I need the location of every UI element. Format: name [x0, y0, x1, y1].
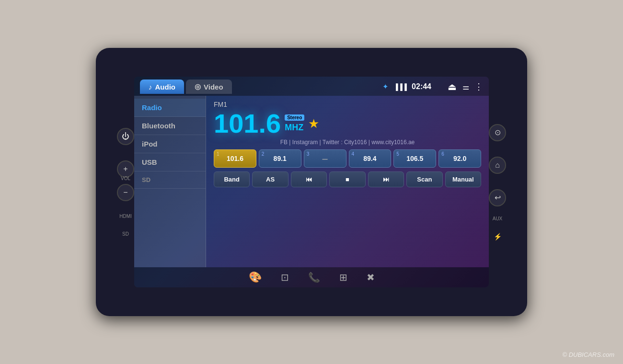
preset-3-freq: –: [306, 153, 344, 164]
equalizer-icon[interactable]: ⚌: [462, 82, 469, 91]
preset-buttons: 1 101.6 2 89.1 3 – 4 89.4: [214, 149, 481, 168]
preset-1-freq: 101.6: [216, 155, 254, 162]
vol-label: VOL: [121, 176, 130, 181]
preset-4-freq: 89.4: [351, 155, 389, 162]
sd-label-left: SD: [122, 231, 129, 237]
preset-2-freq: 89.1: [261, 155, 299, 162]
sidebar-item-bluetooth[interactable]: Bluetooth: [134, 117, 206, 135]
signal-icon: ▐▐▐: [393, 83, 407, 91]
usb-label-right: ⚡: [494, 233, 502, 240]
nav-phone-icon[interactable]: 📞: [308, 272, 320, 283]
top-right-icons: ⏏ ⚌ ⋮: [448, 81, 483, 92]
radio-area: FM1 101.6 Stereo MHZ ★ FB | Instagram | …: [206, 96, 489, 267]
next-button[interactable]: ⏭: [368, 171, 404, 187]
band-label: FM1: [214, 101, 481, 108]
sidebar-item-radio[interactable]: Radio: [134, 99, 206, 117]
display-screen: ♪ Audio ◎ Video ✦ ▐▐▐ 02:44 ⏏ ⚌ ⋮: [134, 77, 489, 287]
nav-screen-icon[interactable]: ⊡: [281, 272, 289, 283]
favorite-star-icon[interactable]: ★: [308, 116, 319, 131]
station-text: FB | Instagram | Twitter : City1016 | ww…: [214, 139, 481, 146]
sidebar-item-sd[interactable]: SD: [134, 171, 206, 189]
eject-button[interactable]: ⏏: [448, 81, 457, 92]
preset-6[interactable]: 6 92.0: [438, 149, 481, 168]
video-label: Video: [204, 83, 223, 91]
bluetooth-icon: ✦: [382, 82, 389, 91]
vol-up-button[interactable]: +: [117, 160, 134, 178]
power-button[interactable]: ⏻: [117, 128, 134, 145]
tab-bar: ♪ Audio ◎ Video: [140, 80, 232, 94]
home-button[interactable]: ⌂: [489, 157, 506, 174]
as-button[interactable]: AS: [252, 171, 288, 187]
top-bar: ♪ Audio ◎ Video ✦ ▐▐▐ 02:44 ⏏ ⚌ ⋮: [134, 77, 489, 96]
preset-2-num: 2: [262, 151, 265, 157]
sidebar-item-ipod[interactable]: iPod: [134, 135, 206, 153]
hdmi-label: HDMI: [119, 214, 132, 219]
head-unit: ⏻ + VOL − HDMI SD ♪ Audio ◎ Video: [96, 48, 527, 316]
preset-5-num: 5: [396, 151, 399, 157]
time-display: 02:44: [412, 82, 431, 91]
nav-apps-icon[interactable]: ⊞: [339, 272, 347, 283]
preset-1-num: 1: [217, 151, 219, 157]
preset-1[interactable]: 1 101.6: [214, 149, 256, 168]
audio-icon: ♪: [149, 83, 152, 91]
back-button[interactable]: ↩: [489, 189, 506, 206]
tab-video[interactable]: ◎ Video: [186, 80, 232, 94]
right-controls: ⊙ ⌂ ↩ AUX ⚡: [489, 124, 506, 240]
frequency-display: 101.6 Stereo MHZ ★: [214, 110, 481, 137]
status-icons: ✦ ▐▐▐ 02:44: [382, 82, 431, 91]
stop-button[interactable]: ■: [329, 171, 365, 187]
video-icon: ◎: [195, 82, 201, 91]
preset-4-num: 4: [352, 151, 355, 157]
preset-6-num: 6: [441, 151, 444, 157]
vol-down-button[interactable]: −: [117, 184, 134, 201]
nav-media-icon[interactable]: 🎨: [249, 271, 262, 284]
left-controls: ⏻ + VOL − HDMI SD: [117, 128, 134, 237]
tab-audio[interactable]: ♪ Audio: [140, 80, 184, 94]
preset-4[interactable]: 4 89.4: [349, 149, 392, 168]
sidebar-item-usb[interactable]: USB: [134, 153, 206, 171]
audio-label: Audio: [155, 83, 176, 91]
top-bar-icons: ✦ ▐▐▐ 02:44 ⏏ ⚌ ⋮: [382, 81, 483, 92]
preset-6-freq: 92.0: [441, 155, 479, 162]
preset-3[interactable]: 3 –: [304, 149, 346, 168]
preset-5[interactable]: 5 106.5: [393, 149, 436, 168]
manual-button[interactable]: Manual: [445, 171, 481, 187]
aux-label: AUX: [493, 216, 503, 221]
stereo-badge: Stereo: [285, 114, 304, 121]
preset-3-num: 3: [307, 151, 310, 157]
nav-settings-icon[interactable]: ✖: [367, 272, 375, 283]
menu-button[interactable]: ⋮: [474, 81, 483, 92]
sidebar: Radio Bluetooth iPod USB SD: [134, 96, 206, 267]
control-buttons: Band AS ⏮ ■ ⏭ Scan Manual: [214, 171, 481, 187]
prev-button[interactable]: ⏮: [291, 171, 327, 187]
band-button[interactable]: Band: [214, 171, 250, 187]
main-content: Radio Bluetooth iPod USB SD FM1 101.6 St…: [134, 96, 489, 267]
bottom-nav: 🎨 ⊡ 📞 ⊞ ✖: [134, 267, 489, 287]
watermark: © DUBICARS.com: [562, 351, 614, 358]
preset-5-freq: 106.5: [396, 155, 434, 162]
preset-2[interactable]: 2 89.1: [259, 149, 301, 168]
mhz-label: MHZ: [285, 123, 304, 133]
frequency-info: Stereo MHZ: [285, 114, 304, 133]
nav-button[interactable]: ⊙: [489, 124, 506, 141]
scan-button[interactable]: Scan: [406, 171, 442, 187]
frequency-number: 101.6: [214, 110, 281, 137]
